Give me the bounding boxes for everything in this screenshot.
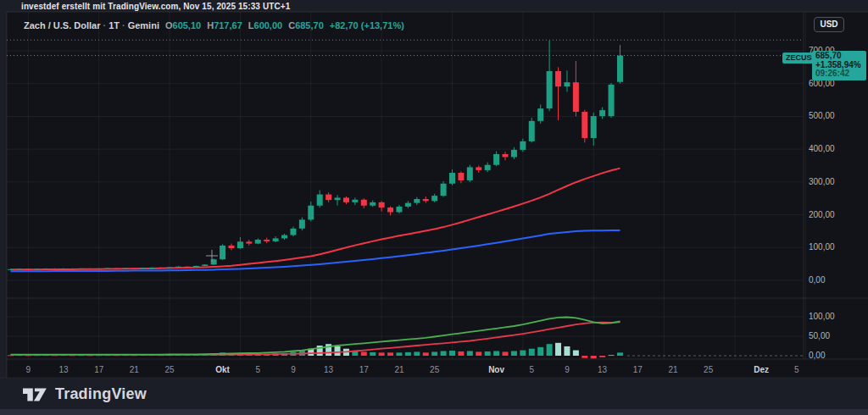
candle-body: [246, 241, 252, 243]
time-axis-label: 5: [519, 365, 544, 374]
bar-countdown: 09:26:42: [815, 69, 866, 79]
volume-bar: [423, 352, 429, 356]
time-axis-label: 25: [422, 365, 448, 374]
candle-body: [511, 150, 517, 158]
sub-axis-label: 50,00: [809, 331, 830, 340]
candle-body: [431, 196, 437, 201]
candle-body: [564, 82, 570, 86]
candle-body: [25, 268, 31, 269]
volume-bar: [485, 351, 491, 356]
time-axis-label: 21: [121, 365, 147, 374]
currency-usd-button[interactable]: USD: [814, 17, 844, 32]
moving-average-slow-line: [11, 230, 620, 271]
candle-body: [476, 167, 481, 169]
candle-body: [503, 154, 509, 157]
volume-bar: [396, 352, 402, 356]
time-axis-label: 13: [316, 365, 342, 374]
volume-bar: [405, 352, 411, 356]
candle-body: [529, 121, 535, 141]
open-label: O: [165, 20, 173, 30]
candle-body: [255, 240, 261, 244]
volume-bar: [564, 346, 570, 356]
volume-bar: [573, 351, 579, 356]
volume-bar: [449, 351, 455, 356]
tradingview-logo-icon[interactable]: [23, 387, 48, 402]
footer-branding: TradingView: [23, 385, 147, 403]
legend-interval[interactable]: 1T: [108, 20, 120, 30]
time-axis-month-label: Dez: [748, 365, 774, 374]
time-axis-label: 9: [281, 365, 306, 374]
candle-body: [43, 268, 49, 269]
moving-average-fast-line: [11, 169, 620, 270]
volume-bar: [599, 356, 605, 357]
candle-body: [8, 269, 14, 270]
candle-body: [335, 197, 341, 200]
volume-bar: [503, 351, 509, 356]
candle-body: [449, 173, 455, 184]
candle-body: [149, 268, 155, 268]
time-axis-label: 5: [784, 365, 810, 374]
candle-body: [229, 246, 235, 248]
legend-exchange[interactable]: Gemini: [128, 20, 159, 30]
candle-body: [379, 202, 385, 208]
bottom-scrollbar[interactable]: [0, 409, 868, 415]
chart-plot-area[interactable]: [0, 0, 868, 415]
volume-bar: [511, 351, 517, 356]
tradingview-wordmark[interactable]: TradingView: [55, 385, 147, 403]
candle-body: [591, 116, 597, 138]
candle-body: [361, 200, 367, 206]
volume-bar: [520, 351, 526, 356]
volume-bar: [591, 356, 597, 358]
candle-body: [61, 268, 67, 269]
time-axis-label: 5: [245, 365, 270, 374]
candle-body: [599, 110, 605, 116]
candle-body: [423, 199, 429, 201]
candle-body: [78, 268, 84, 269]
volume-bar: [476, 351, 481, 356]
last-price-badge[interactable]: 685,70 +1.358,94% 09:26:42: [812, 51, 866, 80]
candle-body: [158, 268, 164, 268]
candle-body: [537, 108, 543, 121]
candle-body: [140, 268, 146, 268]
candle-body: [52, 268, 58, 269]
candle-body: [414, 199, 420, 203]
time-axis-label: 25: [696, 365, 721, 374]
candle-body: [281, 235, 287, 239]
time-axis-label: 9: [15, 365, 41, 374]
time-axis-label: 13: [51, 365, 76, 374]
price-axis-label: 400,00: [809, 144, 835, 153]
volume-bar: [493, 351, 499, 356]
candle-body: [458, 173, 464, 180]
candle-body: [220, 246, 225, 259]
price-axis-label: 200,00: [809, 210, 835, 219]
volume-bar: [387, 352, 393, 356]
candle-body: [547, 71, 553, 108]
volume-bar: [414, 351, 420, 356]
volume-bar: [379, 352, 385, 356]
candle-body: [467, 167, 473, 180]
candle-body: [184, 267, 190, 268]
candle-body: [237, 241, 243, 248]
time-axis-label: 21: [660, 365, 686, 374]
time-axis-label: 25: [157, 365, 182, 374]
candle-body: [493, 154, 499, 165]
candle-body: [441, 184, 447, 196]
price-axis-label: 0,00: [809, 275, 825, 285]
candle-body: [396, 207, 402, 213]
candle-body: [167, 268, 173, 268]
candle-body: [326, 195, 331, 201]
volume-bar: [581, 356, 587, 358]
candle-body: [520, 141, 526, 150]
candle-body: [16, 268, 22, 269]
price-axis-label: 300,00: [809, 177, 835, 186]
candle-body: [70, 268, 75, 269]
volume-bar: [370, 352, 376, 356]
volume-bar: [458, 351, 464, 356]
candle-body: [193, 266, 199, 267]
high-label: H: [207, 20, 214, 30]
price-axis-label: 100,00: [809, 242, 835, 252]
candle-body: [317, 195, 323, 206]
candle-body: [405, 203, 411, 207]
legend-symbol[interactable]: Zach / U.S. Dollar: [24, 20, 100, 30]
candle-body: [573, 82, 579, 112]
